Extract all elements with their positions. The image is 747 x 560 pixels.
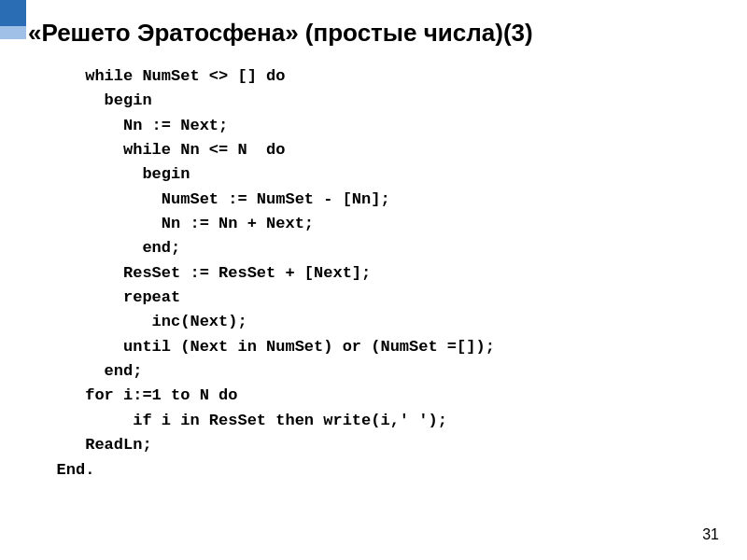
slide-container: «Решето Эратосфена» (простые числа)(3) w…	[0, 0, 747, 560]
slide-title: «Решето Эратосфена» (простые числа)(3)	[28, 19, 719, 48]
accent-bar-bottom	[0, 26, 26, 39]
code-block: while NumSet <> [] do begin Nn := Next; …	[28, 64, 719, 483]
page-number: 31	[702, 526, 719, 543]
accent-bar-top	[0, 0, 26, 26]
